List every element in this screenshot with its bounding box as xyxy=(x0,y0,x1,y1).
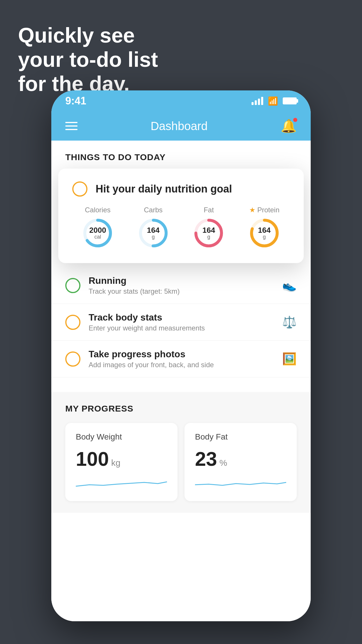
phone-frame: 9:41 📶 Dashboard 🔔 THINGS TO DO TODAY xyxy=(51,90,311,621)
photos-subtitle: Add images of your front, back, and side xyxy=(89,361,274,369)
protein-donut: 164 g xyxy=(248,217,280,249)
macro-carbs-label: Carbs xyxy=(144,206,163,214)
progress-section: MY PROGRESS Body Weight 100 kg Body Fat xyxy=(51,392,311,513)
body-fat-value: 23 xyxy=(195,447,217,470)
things-to-do-header: THINGS TO DO TODAY xyxy=(51,141,311,168)
status-bar: 9:41 📶 xyxy=(51,90,311,111)
macro-protein-label: ★ Protein xyxy=(249,206,280,214)
body-weight-sparkline xyxy=(76,476,167,491)
status-icons: 📶 xyxy=(252,96,297,106)
fat-donut: 164 g xyxy=(193,217,225,249)
macro-protein: ★ Protein 164 g xyxy=(248,206,280,249)
nutrition-card-header: Hit your daily nutrition goal xyxy=(72,181,290,197)
running-icon: 👟 xyxy=(282,279,297,292)
body-stats-text: Track body stats Enter your weight and m… xyxy=(89,312,274,332)
phone-content: THINGS TO DO TODAY Hit your daily nutrit… xyxy=(51,141,311,621)
macro-fat-label: Fat xyxy=(204,206,214,214)
progress-cards: Body Weight 100 kg Body Fat 23 % xyxy=(65,423,297,501)
notification-button[interactable]: 🔔 xyxy=(281,118,297,134)
nutrition-macros: Calories 2000 cal Carbs xyxy=(72,206,290,249)
todo-list: Running Track your stats (target: 5km) 👟… xyxy=(51,267,311,377)
body-fat-unit: % xyxy=(219,458,227,468)
photos-checkbox[interactable] xyxy=(65,351,80,367)
status-time: 9:41 xyxy=(65,95,86,107)
running-checkbox[interactable] xyxy=(65,278,80,293)
signal-icon xyxy=(252,97,263,105)
body-fat-sparkline xyxy=(195,476,286,491)
body-stats-subtitle: Enter your weight and measurements xyxy=(89,324,274,332)
headline: Quickly see your to-do list for the day. xyxy=(18,23,158,96)
carbs-donut: 164 g xyxy=(137,217,169,249)
scale-icon: ⚖️ xyxy=(282,315,297,329)
app-header: Dashboard 🔔 xyxy=(51,111,311,141)
nutrition-checkbox[interactable] xyxy=(72,181,87,197)
star-icon: ★ xyxy=(249,206,256,214)
macro-calories-label: Calories xyxy=(85,206,110,214)
body-stats-title: Track body stats xyxy=(89,312,274,323)
photos-title: Take progress photos xyxy=(89,349,274,360)
body-stats-checkbox[interactable] xyxy=(65,315,80,330)
body-fat-title: Body Fat xyxy=(195,432,286,442)
photos-text: Take progress photos Add images of your … xyxy=(89,349,274,369)
running-subtitle: Track your stats (target: 5km) xyxy=(89,287,274,295)
macro-carbs: Carbs 164 g xyxy=(137,206,169,249)
nutrition-card-title: Hit your daily nutrition goal xyxy=(96,183,232,195)
calories-donut: 2000 cal xyxy=(82,217,114,249)
header-title: Dashboard xyxy=(151,120,208,133)
body-fat-card[interactable]: Body Fat 23 % xyxy=(184,423,297,501)
progress-section-title: MY PROGRESS xyxy=(65,404,297,414)
photo-icon: 🖼️ xyxy=(282,352,297,366)
battery-icon xyxy=(283,97,297,104)
running-title: Running xyxy=(89,275,274,286)
running-text: Running Track your stats (target: 5km) xyxy=(89,275,274,295)
body-weight-card[interactable]: Body Weight 100 kg xyxy=(65,423,178,501)
spacer xyxy=(51,377,311,392)
todo-item-running[interactable]: Running Track your stats (target: 5km) 👟 xyxy=(51,267,311,304)
notification-badge xyxy=(293,117,298,123)
macro-fat: Fat 164 g xyxy=(193,206,225,249)
body-weight-value-row: 100 kg xyxy=(76,447,167,470)
body-weight-value: 100 xyxy=(76,447,109,470)
menu-button[interactable] xyxy=(65,122,78,130)
body-fat-value-row: 23 % xyxy=(195,447,286,470)
macro-calories: Calories 2000 cal xyxy=(82,206,114,249)
body-weight-unit: kg xyxy=(111,458,120,468)
body-weight-title: Body Weight xyxy=(76,432,167,442)
wifi-icon: 📶 xyxy=(268,96,278,106)
nutrition-card: Hit your daily nutrition goal Calories 2… xyxy=(58,169,304,263)
todo-item-photos[interactable]: Take progress photos Add images of your … xyxy=(51,341,311,377)
todo-item-body-stats[interactable]: Track body stats Enter your weight and m… xyxy=(51,304,311,341)
